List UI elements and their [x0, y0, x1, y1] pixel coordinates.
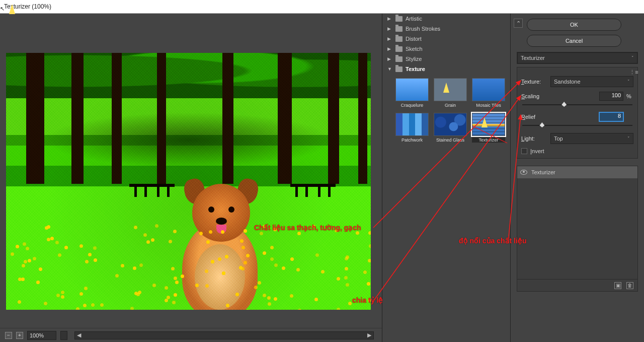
- texture-menu-icon[interactable]: ⋮≡: [629, 67, 638, 77]
- category-distort[interactable]: ▶ Distort: [382, 34, 510, 44]
- thumb-grain[interactable]: Grain: [434, 78, 467, 108]
- relief-input[interactable]: 8: [599, 112, 623, 121]
- category-texture[interactable]: ▼ Texture: [382, 64, 510, 74]
- thumb-label: Texturizer: [472, 136, 505, 143]
- thumb-patchwork[interactable]: Patchwork: [395, 113, 429, 143]
- folder-icon: [395, 26, 403, 32]
- collapse-gallery-button[interactable]: ⌃: [514, 19, 523, 28]
- scaling-label: Scaling: [521, 93, 547, 99]
- folder-icon: [395, 16, 403, 22]
- new-effect-layer-button[interactable]: ▣: [614, 282, 621, 289]
- category-label: Sketch: [406, 46, 423, 52]
- effect-layers: Texturizer ▣ 🗑: [517, 166, 638, 292]
- category-label: Distort: [406, 36, 422, 42]
- category-label: Stylize: [406, 56, 422, 62]
- folder-icon: [395, 56, 403, 62]
- category-label: Texture: [406, 66, 425, 72]
- thumb-label: Patchwork: [395, 136, 429, 143]
- filter-gallery: ▶ Artistic▶ Brush Strokes▶ Distort▶ Sket…: [382, 14, 511, 342]
- disclosure-icon: ▶: [387, 26, 392, 31]
- filter-select[interactable]: Texturizer ˅: [517, 52, 637, 63]
- window-titlebar: Texturizer (100%): [0, 0, 644, 14]
- checkbox-icon: [521, 148, 527, 154]
- light-label: Light:: [521, 135, 547, 142]
- category-stylize[interactable]: ▶ Stylize: [382, 54, 510, 64]
- effect-layer-name: Texturizer: [531, 169, 555, 175]
- relief-slider[interactable]: [522, 122, 632, 128]
- category-brush-strokes[interactable]: ▶ Brush Strokes: [382, 24, 510, 34]
- thumb-label: Craquelure: [395, 101, 429, 108]
- cursor-icon: ↖: [0, 6, 5, 12]
- scaling-suffix: %: [626, 93, 633, 99]
- preview-image: [6, 53, 371, 310]
- controls-panel: ⌃ OK Cancel Texturizer ˅ ⋮≡ Texture: San…: [511, 14, 644, 342]
- scaling-slider[interactable]: [522, 102, 632, 108]
- preview-hscrollbar[interactable]: ◀ ▶: [74, 331, 374, 339]
- texture-select[interactable]: Sandstone ˅: [550, 76, 633, 87]
- thumb-label: Mosaic Tiles: [472, 101, 505, 108]
- invert-label: Invert: [530, 148, 544, 154]
- chevron-down-icon: ˅: [627, 79, 630, 84]
- ok-button[interactable]: OK: [527, 19, 621, 31]
- thumb-texturizer[interactable]: Texturizer: [472, 113, 505, 143]
- scroll-right-icon[interactable]: ▶: [365, 332, 373, 339]
- zoom-out-button[interactable]: −: [5, 332, 12, 339]
- scroll-left-icon[interactable]: ◀: [75, 332, 83, 339]
- disclosure-icon: ▶: [387, 46, 392, 51]
- disclosure-icon: ▶: [387, 56, 392, 61]
- thumb-stained-glass[interactable]: Stained Glass: [434, 113, 467, 143]
- light-select[interactable]: Top ˅: [550, 133, 633, 144]
- category-sketch[interactable]: ▶ Sketch: [382, 44, 510, 54]
- main-layout: − + 100% ◀ ▶ ▶ Artistic▶ Brush Strokes▶ …: [0, 14, 644, 342]
- filter-params: ⋮≡ Texture: Sandstone ˅ Scaling 100 % Re…: [517, 67, 638, 159]
- cancel-button[interactable]: Cancel: [527, 35, 621, 47]
- zoom-dropdown[interactable]: [60, 331, 67, 340]
- filter-select-value: Texturizer: [521, 55, 545, 61]
- chevron-down-icon: ˅: [631, 55, 634, 60]
- texture-label: Texture:: [521, 79, 547, 85]
- category-label: Artistic: [406, 16, 422, 22]
- preview-footer: − + 100% ◀ ▶: [0, 328, 382, 342]
- relief-label: Relief: [521, 114, 547, 120]
- chevron-down-icon: ˅: [627, 136, 630, 141]
- folder-icon: [395, 46, 403, 52]
- disclosure-icon: ▶: [387, 36, 392, 41]
- thumb-label: Grain: [434, 101, 467, 108]
- folder-icon: [395, 66, 403, 72]
- preview-panel: − + 100% ◀ ▶: [0, 14, 382, 342]
- light-select-value: Top: [554, 135, 563, 142]
- folder-icon: [395, 36, 403, 42]
- thumb-mosaic-tiles[interactable]: Mosaic Tiles: [472, 78, 505, 108]
- visibility-icon[interactable]: [520, 170, 527, 175]
- effect-layer-row[interactable]: Texturizer: [517, 166, 637, 178]
- texture-select-value: Sandstone: [554, 79, 581, 85]
- zoom-field[interactable]: 100%: [27, 331, 56, 340]
- zoom-in-button[interactable]: +: [16, 332, 23, 339]
- delete-effect-layer-button[interactable]: 🗑: [626, 282, 633, 289]
- scaling-input[interactable]: 100: [599, 92, 623, 101]
- invert-checkbox[interactable]: Invert: [521, 148, 633, 154]
- disclosure-icon: ▼: [387, 66, 392, 72]
- category-artistic[interactable]: ▶ Artistic: [382, 14, 510, 24]
- thumb-craquelure[interactable]: Craquelure: [395, 78, 429, 108]
- category-label: Brush Strokes: [406, 26, 440, 32]
- thumb-label: Stained Glass: [434, 136, 467, 143]
- disclosure-icon: ▶: [387, 16, 392, 21]
- preview-viewport[interactable]: [0, 14, 382, 328]
- preview-canvas: [6, 53, 371, 310]
